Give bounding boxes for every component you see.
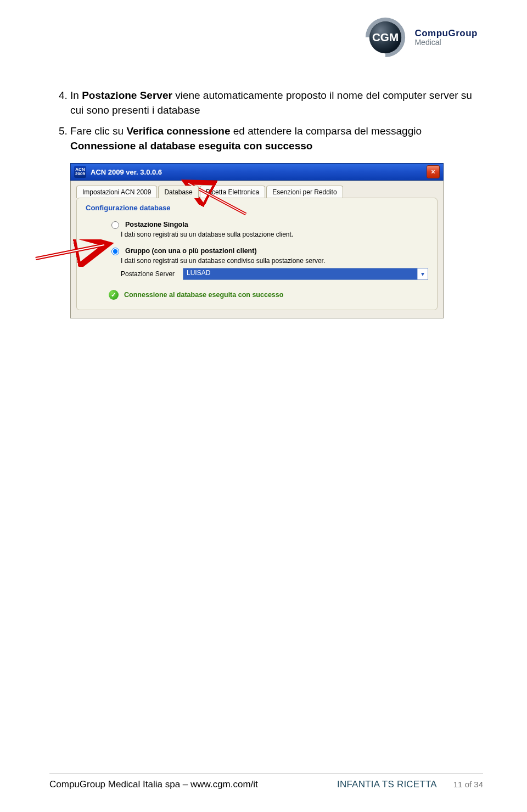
server-select-value: LUISAD xyxy=(183,268,417,279)
option-label: Postazione Singola xyxy=(125,221,188,228)
tab-impostazioni[interactable]: Impostazioni ACN 2009 xyxy=(76,186,157,198)
option-gruppo: Gruppo (con una o più postazioni client)… xyxy=(109,246,428,280)
option-desc: I dati sono registrati su un database co… xyxy=(121,257,428,265)
option-desc: I dati sono registrati su un database su… xyxy=(121,231,428,238)
cgm-logo: CGM CompuGroup Medical xyxy=(362,14,478,61)
app-icon: ACN 2009 xyxy=(74,166,86,178)
list-item: Fare clic su Verifica connessione ed att… xyxy=(70,124,478,153)
brand-name: CompuGroup xyxy=(414,28,478,39)
list-item: In Postazione Server viene automaticamen… xyxy=(70,88,478,117)
footer-doc-title: INFANTIA TS RICETTA xyxy=(337,779,437,790)
server-select[interactable]: LUISAD ▾ xyxy=(183,268,428,280)
tab-ricetta[interactable]: Ricetta Elettronica xyxy=(200,186,265,198)
option-label: Gruppo (con una o più postazioni client) xyxy=(125,247,257,255)
close-button[interactable]: × xyxy=(427,165,440,178)
tabs: Impostazioni ACN 2009 Database Ricetta E… xyxy=(76,185,438,198)
window-title: ACN 2009 ver. 3.0.0.6 xyxy=(91,168,162,176)
status-text: Connessione al database eseguita con suc… xyxy=(124,291,283,299)
radio-postazione-singola[interactable] xyxy=(111,221,119,229)
instruction-list: In Postazione Server viene automaticamen… xyxy=(49,88,478,153)
footer-page-number: 11 of 34 xyxy=(437,780,483,789)
tab-esenzioni[interactable]: Esenzioni per Reddito xyxy=(266,186,343,198)
cgm-badge-icon: CGM xyxy=(362,14,409,61)
footer-company: CompuGroup Medical Italia spa – www.cgm.… xyxy=(49,779,337,790)
status-row: ✓ Connessione al database eseguita con s… xyxy=(109,290,428,300)
screenshot-figure: ACN 2009 ACN 2009 ver. 3.0.0.6 × Imposta… xyxy=(70,163,444,318)
window-titlebar: ACN 2009 ACN 2009 ver. 3.0.0.6 × xyxy=(70,163,444,181)
group-configurazione-database: Configurazione database Postazione Singo… xyxy=(76,198,438,310)
close-icon: × xyxy=(431,168,435,176)
tab-database[interactable]: Database xyxy=(158,186,198,198)
server-label: Postazione Server xyxy=(121,270,178,278)
page-footer: CompuGroup Medical Italia spa – www.cgm.… xyxy=(49,773,483,790)
option-postazione-singola: Postazione Singola I dati sono registrat… xyxy=(109,220,428,238)
radio-gruppo[interactable] xyxy=(111,248,119,255)
svg-text:CGM: CGM xyxy=(372,31,399,43)
group-title: Configurazione database xyxy=(86,204,428,212)
brand-subname: Medical xyxy=(414,38,478,47)
check-icon: ✓ xyxy=(109,290,119,300)
chevron-down-icon: ▾ xyxy=(417,268,428,279)
